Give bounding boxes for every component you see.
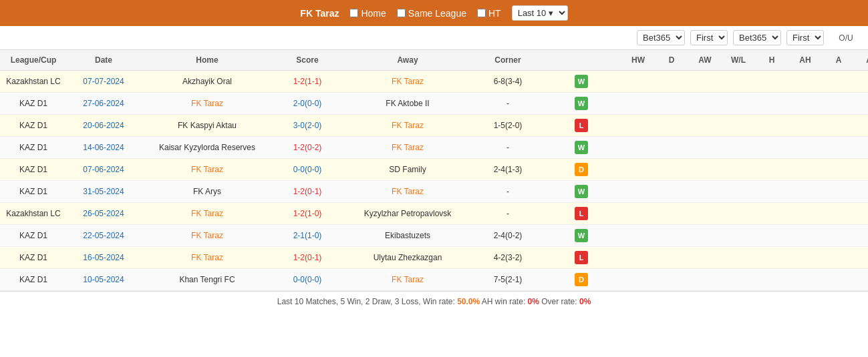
cell-hw — [621, 99, 655, 107]
cell-wl2 — [722, 165, 755, 173]
cell-h — [755, 77, 788, 85]
cell-a — [822, 165, 855, 173]
ah-label: AH win rate: — [482, 297, 525, 306]
home-checkbox[interactable] — [349, 9, 358, 17]
cell-h — [755, 121, 788, 129]
cell-score: 1-2(0-2) — [274, 139, 341, 156]
table-row: KAZ D1 27-06-2024 FK Taraz 2-0(0-0) FK A… — [0, 93, 868, 115]
cell-away: FK Aktobe II — [341, 95, 474, 112]
cell-d — [655, 77, 688, 85]
cell-corner: 7-5(2-1) — [474, 271, 541, 288]
cell-score: 2-1(1-0) — [274, 227, 341, 244]
cell-away: FK Taraz — [341, 271, 474, 288]
cell-away: Kyzylzhar Petropavlovsk — [341, 205, 474, 222]
cell-home: Khan Tengri FC — [140, 271, 274, 288]
cell-wl2 — [722, 143, 755, 151]
ht-checkbox-label[interactable]: HT — [477, 8, 501, 19]
cell-wl: W — [541, 71, 621, 92]
cell-a — [822, 254, 855, 262]
cell-score: 0-0(0-0) — [274, 161, 341, 178]
cell-date: 27-06-2024 — [67, 95, 140, 112]
cell-wl: W — [541, 225, 621, 246]
cell-ah — [788, 210, 822, 218]
cell-home: FK Arys — [140, 183, 274, 200]
header-wl — [541, 53, 621, 67]
over-label: Over rate: — [541, 297, 577, 306]
cell-ah2 — [855, 276, 868, 284]
cell-date: 31-05-2024 — [67, 183, 140, 200]
cell-hw — [621, 188, 655, 196]
cell-away: SD Family — [341, 161, 474, 178]
cell-score: 2-0(0-0) — [274, 95, 341, 112]
ht-checkbox[interactable] — [477, 9, 486, 17]
cell-corner: - — [474, 139, 541, 156]
ah-rate: 0% — [528, 297, 539, 306]
cell-aw — [688, 77, 722, 85]
cell-corner: 1-5(2-0) — [474, 117, 541, 134]
cell-corner: - — [474, 95, 541, 112]
cell-wl: L — [541, 247, 621, 268]
cell-league: KAZ D1 — [0, 183, 67, 200]
cell-ah — [788, 99, 822, 107]
first-select-2[interactable]: First — [786, 30, 824, 45]
cell-date: 07-06-2024 — [67, 161, 140, 178]
cell-aw — [688, 276, 722, 284]
cell-a — [822, 276, 855, 284]
home-checkbox-label[interactable]: Home — [349, 8, 386, 19]
header-h: H — [755, 53, 788, 67]
cell-ah2 — [855, 254, 868, 262]
header-aw: AW — [688, 53, 722, 67]
cell-d — [655, 188, 688, 196]
same-league-checkbox-label[interactable]: Same League — [397, 8, 466, 19]
same-league-checkbox[interactable] — [397, 9, 406, 17]
cell-aw — [688, 143, 722, 151]
cell-a — [822, 143, 855, 151]
cell-home: Kaisar Kyzylorda Reserves — [140, 139, 274, 156]
header-home: Home — [140, 53, 274, 67]
header-wl2: W/L — [722, 53, 755, 67]
last-select[interactable]: Last 10 ▾ Last 5 Last 20 — [512, 5, 568, 21]
table-row: KAZ D1 22-05-2024 FK Taraz 2-1(1-0) Ekib… — [0, 225, 868, 247]
cell-date: 07-07-2024 — [67, 73, 140, 90]
cell-hw — [621, 232, 655, 240]
over-rate: 0% — [579, 297, 591, 306]
cell-corner: 2-4(1-3) — [474, 161, 541, 178]
cell-ah2 — [855, 143, 868, 151]
cell-away: Ulytau Zhezkazgan — [341, 249, 474, 266]
table-row: KAZ D1 16-05-2024 FK Taraz 1-2(0-1) Ulyt… — [0, 247, 868, 269]
cell-ah — [788, 276, 822, 284]
cell-ah2 — [855, 210, 868, 218]
cell-date: 10-05-2024 — [67, 271, 140, 288]
table-row: KAZ D1 07-06-2024 FK Taraz 0-0(0-0) SD F… — [0, 159, 868, 181]
bet365-select-1[interactable]: Bet365 — [637, 30, 685, 45]
cell-league: KAZ D1 — [0, 139, 67, 156]
cell-home: FK Taraz — [140, 95, 274, 112]
cell-date: 22-05-2024 — [67, 227, 140, 244]
cell-corner: 6-8(3-4) — [474, 73, 541, 90]
cell-wl: L — [541, 203, 621, 224]
cell-corner: - — [474, 183, 541, 200]
bet365-select-2[interactable]: Bet365 — [733, 30, 781, 45]
cell-d — [655, 210, 688, 218]
cell-league: KAZ D1 — [0, 227, 67, 244]
header-corner: Corner — [474, 53, 541, 67]
cell-corner: 2-4(0-2) — [474, 227, 541, 244]
cell-score: 3-0(2-0) — [274, 117, 341, 134]
cell-wl: W — [541, 137, 621, 158]
cell-hw — [621, 143, 655, 151]
cell-league: KAZ D1 — [0, 161, 67, 178]
header-d: D — [655, 53, 688, 67]
table-body: Kazakhstan LC 07-07-2024 Akzhayik Oral 1… — [0, 71, 868, 291]
first-select-1[interactable]: First — [690, 30, 728, 45]
cell-away: FK Taraz — [341, 73, 474, 90]
cell-wl2 — [722, 121, 755, 129]
column-headers: League/Cup Date Home Score Away Corner H… — [0, 50, 868, 71]
cell-date: 14-06-2024 — [67, 139, 140, 156]
table-row: Kazakhstan LC 26-05-2024 FK Taraz 1-2(1-… — [0, 203, 868, 225]
cell-hw — [621, 276, 655, 284]
cell-hw — [621, 254, 655, 262]
cell-wl2 — [722, 276, 755, 284]
cell-wl2 — [722, 210, 755, 218]
cell-ah — [788, 143, 822, 151]
cell-hw — [621, 121, 655, 129]
